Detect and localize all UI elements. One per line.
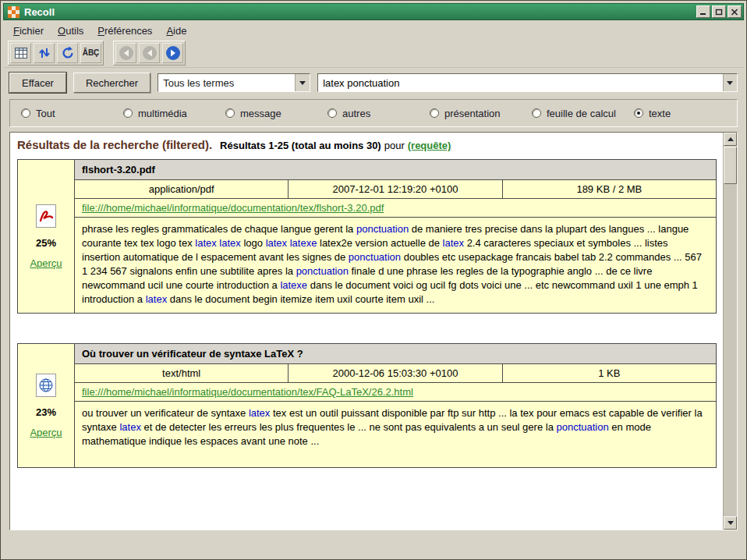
- highlighted-term: latexe: [280, 279, 307, 291]
- filter-radio-feuille-de-calcul[interactable]: feuille de calcul: [532, 108, 634, 119]
- close-button[interactable]: [728, 5, 742, 18]
- result-side: 25% Aperçu: [18, 160, 75, 313]
- search-mode-dropdown-button[interactable]: [295, 74, 310, 91]
- result-url-link[interactable]: file:///home/michael/informatique/docume…: [82, 202, 384, 214]
- term-explorer-icon: ÂBÇ: [83, 48, 100, 57]
- result-meta-row: text/html 2000-12-06 15:03:30 +0100 1 KB: [75, 364, 716, 383]
- circular-arrow-icon: [60, 45, 76, 61]
- highlighted-term: latex: [119, 421, 140, 433]
- scroll-thumb[interactable]: [724, 147, 737, 184]
- radio-label: multimédia: [138, 108, 187, 119]
- results-header: Résultats de la recherche (filtered).Rés…: [17, 136, 717, 159]
- result-main: flshort-3.20.pdf application/pdf 2007-12…: [75, 160, 716, 313]
- result-item: 23% Aperçu Où trouver un vérificateur de…: [17, 343, 717, 468]
- next-page-button[interactable]: [162, 43, 183, 63]
- menu-preferences[interactable]: Préférences: [90, 23, 159, 39]
- results-connector: pour: [384, 140, 405, 151]
- prev-page-icon: [141, 44, 158, 62]
- result-abstract: ou trouver un verificateur de syntaxe la…: [75, 402, 716, 467]
- result-url-row: file:///home/michael/informatique/docume…: [75, 383, 716, 402]
- radio-button-icon[interactable]: [532, 108, 541, 118]
- radio-label: texte: [649, 108, 671, 119]
- filter-radio-multimedia[interactable]: multimédia: [123, 108, 225, 119]
- menu-aide[interactable]: Aide: [159, 23, 193, 39]
- relevance-percent: 25%: [36, 237, 56, 249]
- maximize-button[interactable]: [712, 5, 726, 18]
- result-meta-row: application/pdf 2007-12-01 12:19:20 +010…: [75, 180, 716, 199]
- toolbar-group-pages: [113, 41, 186, 66]
- radio-button-icon[interactable]: [225, 108, 235, 118]
- results-list: 25% Aperçu flshort-3.20.pdf application/…: [17, 159, 717, 468]
- chevron-down-icon: [727, 81, 733, 85]
- recoll-window: Recoll FichierOutilsPréférencesAide: [0, 0, 747, 560]
- status-bar: [3, 530, 744, 557]
- radio-label: feuille de calcul: [547, 108, 616, 119]
- result-date: 2007-12-01 12:19:20 +0100: [289, 180, 502, 198]
- minimize-button[interactable]: [696, 5, 710, 18]
- radio-button-icon[interactable]: [327, 108, 337, 118]
- search-mode-select[interactable]: Tous les termes: [158, 73, 310, 92]
- results-summary: Résultats 1-25 (total au moins 30)pour(r…: [220, 140, 451, 151]
- first-page-icon: [118, 44, 135, 62]
- results-range: Résultats 1-25 (total au moins 30): [220, 140, 381, 151]
- filter-row: Toutmultimédiamessageautresprésentationf…: [9, 99, 738, 127]
- relevance-percent: 23%: [36, 406, 56, 418]
- app-icon: [8, 6, 19, 18]
- scroll-up-button[interactable]: [724, 133, 737, 146]
- html-icon: [35, 373, 57, 398]
- preview-link[interactable]: Aperçu: [30, 257, 62, 269]
- results-content: Résultats de la recherche (filtered).Rés…: [10, 133, 723, 530]
- result-item: 25% Aperçu flshort-3.20.pdf application/…: [17, 159, 717, 314]
- result-size: 189 KB / 2 MB: [503, 180, 716, 198]
- results-scrollbar[interactable]: [723, 133, 737, 530]
- filter-radio-autres[interactable]: autres: [327, 108, 430, 119]
- clear-search-button[interactable]: [10, 43, 31, 63]
- filter-radio-texte[interactable]: texte: [634, 108, 671, 119]
- result-url-link[interactable]: file:///home/michael/informatique/docume…: [82, 386, 413, 398]
- highlighted-term: ponctuation: [296, 265, 349, 277]
- radio-button-icon[interactable]: [21, 108, 30, 118]
- highlighted-term: latex: [443, 237, 464, 249]
- highlighted-term: ponctuation: [349, 251, 401, 263]
- query-details-link[interactable]: (requête): [408, 140, 451, 151]
- menu-fichier[interactable]: Fichier: [6, 23, 51, 39]
- highlighted-term: latex: [146, 293, 167, 305]
- term-explorer-button[interactable]: ÂBÇ: [80, 43, 101, 63]
- arrow-up-icon: [728, 137, 734, 141]
- preview-link[interactable]: Aperçu: [30, 427, 62, 438]
- radio-button-icon[interactable]: [634, 108, 643, 118]
- scroll-down-button[interactable]: [724, 516, 737, 530]
- menubar: FichierOutilsPréférencesAide: [3, 20, 744, 40]
- results-panel: Résultats de la recherche (filtered).Rés…: [9, 132, 738, 530]
- sort-arrows-icon: [37, 45, 52, 61]
- highlighted-term: ponctuation: [556, 421, 608, 433]
- radio-button-icon[interactable]: [430, 108, 439, 118]
- window-controls: [696, 5, 742, 18]
- arrow-down-icon: [728, 521, 734, 525]
- result-size: 1 KB: [503, 364, 716, 382]
- query-input[interactable]: [318, 74, 722, 91]
- highlighted-term: latex latexe: [266, 237, 317, 249]
- filter-radio-presentation[interactable]: présentation: [430, 108, 532, 119]
- highlighted-term: ponctuation: [356, 223, 409, 235]
- prev-page-button[interactable]: [139, 43, 160, 63]
- query-history-dropdown-button[interactable]: [723, 74, 737, 91]
- radio-button-icon[interactable]: [123, 108, 133, 118]
- minimize-icon: [699, 9, 707, 16]
- query-combobox: [317, 73, 738, 92]
- radio-label: Tout: [36, 108, 55, 119]
- history-button[interactable]: [57, 43, 78, 63]
- search-bar: Effacer Rechercher Tous les termes: [3, 68, 744, 97]
- window-title: Recoll: [24, 6, 696, 18]
- search-button[interactable]: Rechercher: [73, 73, 150, 93]
- result-title: flshort-3.20.pdf: [75, 160, 716, 180]
- filter-radio-tout[interactable]: Tout: [21, 108, 123, 119]
- sort-button[interactable]: [34, 43, 55, 63]
- search-mode-value: Tous les termes: [158, 74, 295, 91]
- filter-radio-message[interactable]: message: [225, 108, 327, 119]
- table-icon: [13, 45, 29, 61]
- first-page-button[interactable]: [115, 43, 136, 63]
- menu-outils[interactable]: Outils: [51, 23, 90, 39]
- clear-button[interactable]: Effacer: [9, 73, 66, 93]
- result-side: 23% Aperçu: [18, 344, 75, 467]
